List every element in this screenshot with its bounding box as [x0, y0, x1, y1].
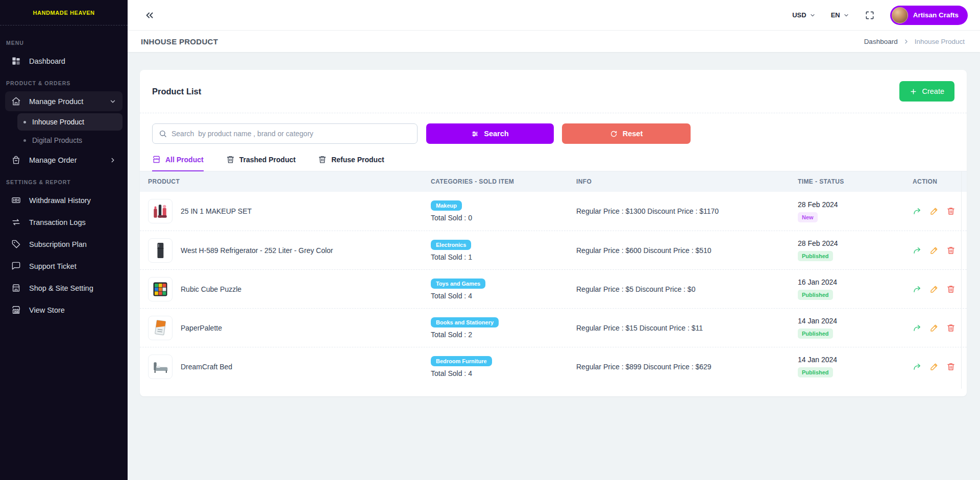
sidebar-item-digital-products[interactable]: Digital Products	[17, 132, 122, 149]
edit-pencil-icon[interactable]	[929, 362, 939, 371]
tab-refuse-product[interactable]: Refuse Product	[318, 155, 384, 171]
search-icon	[159, 130, 167, 138]
share-icon[interactable]	[913, 323, 922, 333]
delete-trash-icon[interactable]	[946, 285, 955, 294]
product-name: DreamCraft Bed	[181, 363, 232, 371]
sidebar-item-label: Transaction Logs	[29, 218, 86, 226]
sidebar-item-shop-site-setting[interactable]: Shop & Site Setting	[5, 278, 122, 298]
total-sold: Total Sold : 4	[431, 369, 576, 377]
product-image	[148, 355, 173, 379]
status-badge: New	[798, 212, 818, 222]
total-sold: Total Sold : 1	[431, 253, 576, 261]
product-date: 16 Jan 2024	[798, 278, 913, 286]
product-date: 14 Jan 2024	[798, 356, 913, 364]
page-title: INHOUSE PRODUCT	[141, 37, 218, 46]
sidebar-item-withdrawal-history[interactable]: Withdrawal History	[5, 190, 122, 210]
sidebar-item-label: Manage Product	[29, 97, 83, 106]
refresh-icon	[610, 130, 618, 138]
category-badge: Books and Stationery	[431, 317, 499, 327]
product-date: 28 Feb 2024	[798, 239, 913, 247]
delete-trash-icon[interactable]	[946, 246, 955, 255]
status-badge: Published	[798, 329, 833, 339]
product-date: 14 Jan 2024	[798, 317, 913, 325]
edit-pencil-icon[interactable]	[929, 207, 939, 216]
sidebar-item-transaction-logs[interactable]: Transaction Logs	[5, 212, 122, 232]
sidebar-item-view-store[interactable]: View Store	[5, 300, 122, 320]
sidebar-item-manage-product[interactable]: Manage Product	[5, 91, 122, 111]
sidebar-item-dashboard[interactable]: Dashboard	[5, 51, 122, 71]
sidebar-collapse-icon[interactable]	[144, 10, 155, 21]
content: Product List Create Search	[128, 52, 980, 480]
category-badge: Bedroom Furniture	[431, 356, 492, 366]
cash-icon	[11, 195, 21, 205]
tabs: All Product Trashed Product Refuse Produ…	[140, 155, 967, 171]
column-header: ACTION	[913, 178, 967, 185]
sidebar-section-settings: SETTINGS & REPORT	[5, 172, 122, 190]
breadcrumb-dashboard[interactable]: Dashboard	[864, 38, 898, 45]
chevron-right-icon	[109, 157, 116, 164]
delete-trash-icon[interactable]	[946, 362, 955, 371]
page-header: INHOUSE PRODUCT Dashboard Inhouse Produc…	[128, 31, 980, 52]
share-icon[interactable]	[913, 246, 922, 255]
sidebar-item-label: Shop & Site Setting	[29, 284, 93, 292]
create-button[interactable]: Create	[899, 81, 954, 102]
search-input[interactable]	[172, 130, 411, 138]
search-box	[152, 123, 418, 144]
language-dropdown[interactable]: EN	[831, 11, 849, 19]
currency-dropdown[interactable]: USD	[792, 11, 815, 19]
share-icon[interactable]	[913, 285, 922, 294]
product-date: 28 Feb 2024	[798, 200, 913, 209]
product-list-card: Product List Create Search	[140, 70, 967, 396]
chevron-down-icon	[843, 12, 849, 18]
home-icon	[11, 96, 21, 106]
shopping-bag-icon	[11, 155, 21, 165]
product-table: PRODUCT CATEGORIES - SOLD ITEM INFO TIME…	[140, 171, 967, 386]
product-image	[148, 277, 173, 301]
category-badge: Electronics	[431, 240, 471, 250]
breadcrumb: Dashboard Inhouse Product	[864, 38, 965, 45]
storefront-icon	[11, 305, 21, 315]
app: HANDMADE HEAVEN MENU Dashboard PRODUCT &…	[0, 0, 980, 480]
table-header-row: PRODUCT CATEGORIES - SOLD ITEM INFO TIME…	[140, 171, 967, 192]
table-row: Rubic Cube Puzzle Toys and Games Total S…	[140, 269, 967, 308]
bullet-dot-icon	[23, 121, 26, 123]
search-button[interactable]: Search	[426, 123, 554, 144]
storefront-icon	[152, 155, 161, 164]
price-info: Regular Price : $5 Discount Price : $0	[576, 285, 798, 293]
logo-wrap[interactable]: HANDMADE HEAVEN	[0, 0, 128, 26]
product-image	[148, 199, 173, 223]
status-badge: Published	[798, 367, 833, 377]
fullscreen-icon[interactable]	[865, 10, 875, 20]
profile-name: Artisan Crafts	[913, 11, 959, 19]
tab-trashed-product[interactable]: Trashed Product	[226, 155, 296, 171]
chevron-down-icon	[109, 98, 116, 105]
avatar	[892, 7, 908, 23]
total-sold: Total Sold : 4	[431, 292, 576, 300]
share-icon[interactable]	[913, 362, 922, 371]
sidebar-item-manage-order[interactable]: Manage Order	[5, 150, 122, 170]
reset-button[interactable]: Reset	[562, 123, 691, 144]
total-sold: Total Sold : 2	[431, 331, 576, 339]
sidebar-item-label: Support Ticket	[29, 262, 77, 270]
sidebar-item-label: Dashboard	[29, 57, 65, 65]
sidebar-item-inhouse-product[interactable]: Inhouse Product	[17, 113, 122, 131]
column-header: INFO	[576, 178, 798, 185]
edit-pencil-icon[interactable]	[929, 246, 939, 255]
delete-trash-icon[interactable]	[946, 323, 955, 333]
sidebar-item-subscription-plan[interactable]: Subscription Plan	[5, 234, 122, 254]
sidebar-item-support-ticket[interactable]: Support Ticket	[5, 256, 122, 276]
share-icon[interactable]	[913, 207, 922, 216]
tab-all-product[interactable]: All Product	[152, 155, 204, 171]
price-info: Regular Price : $15 Discount Price : $11	[576, 324, 798, 332]
sidebar-item-label: Subscription Plan	[29, 240, 87, 248]
chevron-down-icon	[810, 12, 816, 18]
edit-pencil-icon[interactable]	[929, 323, 939, 333]
profile-button[interactable]: Artisan Crafts	[890, 6, 968, 25]
sidebar-section-products: PRODUCT & ORDERS	[5, 73, 122, 91]
currency-value: USD	[792, 11, 806, 19]
product-name: West H-589 Refrigerator - 252 Liter - Gr…	[181, 246, 333, 255]
edit-pencil-icon[interactable]	[929, 285, 939, 294]
delete-trash-icon[interactable]	[946, 207, 955, 216]
column-header: TIME - STATUS	[798, 178, 913, 185]
sidebar-item-label: View Store	[29, 306, 65, 314]
